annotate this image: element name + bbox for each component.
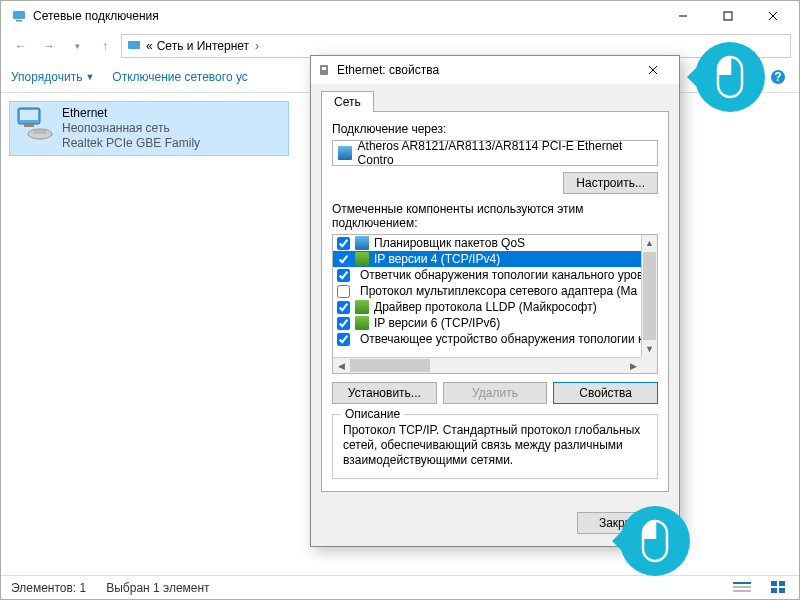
svg-text:?: ?	[774, 70, 781, 84]
svg-rect-26	[322, 67, 326, 70]
status-bar: Элементов: 1 Выбран 1 элемент	[1, 575, 799, 599]
dialog-title: Ethernet: свойства	[337, 63, 633, 77]
svg-rect-14	[20, 110, 38, 120]
details-view-icon[interactable]	[733, 581, 751, 595]
minimize-button[interactable]	[660, 2, 705, 30]
titlebar: Сетевые подключения	[1, 1, 799, 31]
chevron-right-icon: ›	[255, 39, 259, 53]
selection-count: Выбран 1 элемент	[106, 581, 209, 595]
connect-via-label: Подключение через:	[332, 122, 658, 136]
component-checkbox[interactable]	[337, 269, 350, 282]
item-count: Элементов: 1	[11, 581, 86, 595]
component-row[interactable]: Ответчик обнаружения топологии канальног…	[333, 267, 641, 283]
svg-rect-21	[771, 581, 777, 586]
component-label: Драйвер протокола LLDP (Майкрософт)	[374, 300, 597, 314]
svg-rect-3	[724, 12, 732, 20]
protocol-icon	[355, 236, 369, 250]
connection-adapter: Realtek PCIe GBE Family	[62, 136, 200, 151]
connection-item-ethernet[interactable]: Ethernet Неопознанная сеть Realtek PCIe …	[9, 101, 289, 156]
scroll-thumb[interactable]	[350, 359, 430, 372]
description-groupbox: Описание Протокол TCP/IP. Стандартный пр…	[332, 414, 658, 479]
description-legend: Описание	[341, 407, 404, 421]
tab-network[interactable]: Сеть	[321, 91, 374, 112]
mouse-hint-icon	[620, 506, 690, 576]
component-checkbox[interactable]	[337, 317, 350, 330]
svg-rect-0	[13, 11, 25, 19]
component-checkbox[interactable]	[337, 253, 350, 266]
protocol-icon	[355, 300, 369, 314]
mouse-hint-icon	[695, 42, 765, 112]
disable-device-button[interactable]: Отключение сетевого ус	[112, 70, 247, 84]
svg-rect-18	[733, 582, 751, 584]
connection-status: Неопознанная сеть	[62, 121, 200, 136]
component-checkbox[interactable]	[337, 237, 350, 250]
component-row[interactable]: Протокол мультиплексора сетевого адаптер…	[333, 283, 641, 299]
svg-rect-6	[128, 41, 140, 49]
component-label: IP версии 6 (TCP/IPv6)	[374, 316, 500, 330]
adapter-field: Atheros AR8121/AR8113/AR8114 PCI-E Ether…	[332, 140, 658, 166]
help-button[interactable]: ?	[767, 66, 789, 88]
chevron-down-icon: ▼	[85, 72, 94, 82]
up-button[interactable]: ↑	[93, 34, 117, 58]
component-checkbox[interactable]	[337, 301, 350, 314]
svg-rect-20	[733, 590, 751, 592]
breadcrumb-seg-1[interactable]: Сеть и Интернет	[157, 39, 249, 53]
protocol-icon	[355, 316, 369, 330]
component-label: Ответчик обнаружения топологии канальног…	[360, 268, 641, 282]
ethernet-icon	[317, 63, 331, 77]
description-text: Протокол TCP/IP. Стандартный протокол гл…	[343, 423, 647, 468]
component-label: IP версии 4 (TCP/IPv4)	[374, 252, 500, 266]
svg-rect-24	[779, 588, 785, 593]
recent-dropdown[interactable]: ▾	[65, 34, 89, 58]
scroll-right-icon[interactable]: ▶	[625, 358, 641, 373]
dialog-titlebar: Ethernet: свойства	[311, 56, 679, 84]
app-icon	[11, 8, 27, 24]
scroll-up-icon[interactable]: ▲	[642, 235, 657, 251]
configure-button[interactable]: Настроить...	[563, 172, 658, 194]
organize-menu[interactable]: Упорядочить▼	[11, 70, 94, 84]
component-row[interactable]: IP версии 4 (TCP/IPv4)	[333, 251, 641, 267]
component-row[interactable]: IP версии 6 (TCP/IPv6)	[333, 315, 641, 331]
svg-rect-22	[779, 581, 785, 586]
location-icon	[126, 38, 142, 54]
svg-rect-17	[34, 130, 46, 134]
protocol-icon	[355, 252, 369, 266]
install-button[interactable]: Установить...	[332, 382, 437, 404]
component-row[interactable]: Отвечающее устройство обнаружения тополо…	[333, 331, 641, 347]
horizontal-scrollbar[interactable]: ◀▶	[333, 357, 641, 373]
component-label: Протокол мультиплексора сетевого адаптер…	[360, 284, 637, 298]
window-title: Сетевые подключения	[33, 9, 660, 23]
dialog-close-button[interactable]	[633, 57, 673, 83]
component-label: Отвечающее устройство обнаружения тополо…	[360, 332, 641, 346]
scroll-left-icon[interactable]: ◀	[333, 358, 349, 373]
properties-button[interactable]: Свойства	[553, 382, 658, 404]
svg-rect-19	[733, 586, 751, 588]
components-label: Отмеченные компоненты используются этим …	[332, 202, 658, 230]
scroll-thumb[interactable]	[643, 252, 656, 340]
uninstall-button: Удалить	[443, 382, 548, 404]
nic-icon	[338, 146, 352, 160]
ethernet-properties-dialog: Ethernet: свойства Сеть Подключение чере…	[310, 55, 680, 547]
large-icons-view-icon[interactable]	[771, 581, 789, 595]
forward-button[interactable]: →	[37, 34, 61, 58]
component-label: Планировщик пакетов QoS	[374, 236, 525, 250]
maximize-button[interactable]	[705, 2, 750, 30]
close-button[interactable]	[750, 2, 795, 30]
adapter-name: Atheros AR8121/AR8113/AR8114 PCI-E Ether…	[358, 139, 652, 167]
component-checkbox[interactable]	[337, 285, 350, 298]
vertical-scrollbar[interactable]: ▲▼	[641, 235, 657, 357]
component-checkbox[interactable]	[337, 333, 350, 346]
ethernet-adapter-icon	[14, 106, 54, 142]
back-button[interactable]: ←	[9, 34, 33, 58]
components-listbox[interactable]: Планировщик пакетов QoSIP версии 4 (TCP/…	[332, 234, 658, 374]
svg-rect-15	[24, 124, 34, 127]
svg-rect-1	[16, 20, 22, 22]
dialog-tabs: Сеть	[321, 90, 669, 111]
tab-content: Подключение через: Atheros AR8121/AR8113…	[321, 111, 669, 492]
connection-name: Ethernet	[62, 106, 200, 121]
component-row[interactable]: Драйвер протокола LLDP (Майкрософт)	[333, 299, 641, 315]
svg-rect-23	[771, 588, 777, 593]
component-row[interactable]: Планировщик пакетов QoS	[333, 235, 641, 251]
scroll-down-icon[interactable]: ▼	[642, 341, 657, 357]
